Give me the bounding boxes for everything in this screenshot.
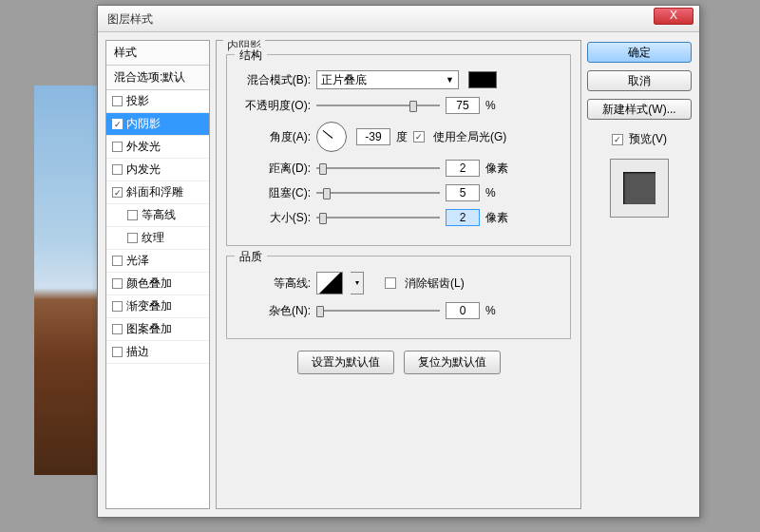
styles-list: 样式 混合选项:默认 投影内阴影外发光内发光斜面和浮雕等高线纹理光泽颜色叠加渐变… <box>105 40 210 509</box>
style-item-6[interactable]: 纹理 <box>106 227 209 250</box>
style-item-checkbox[interactable] <box>112 142 123 152</box>
style-item-4[interactable]: 斜面和浮雕 <box>106 181 209 204</box>
contour-picker[interactable] <box>316 272 343 294</box>
dropdown-icon: ▼ <box>446 75 454 85</box>
quality-group: 品质 等高线: ▾ 消除锯齿(L) 杂色(N): 0 % <box>226 256 571 339</box>
settings-panel-wrap: 内阴影 结构 混合模式(B): 正片叠底 ▼ 不透明度(O): <box>216 40 581 509</box>
size-slider[interactable] <box>316 211 440 224</box>
window-title: 图层样式 <box>107 12 153 26</box>
antialias-label: 消除锯齿(L) <box>405 276 465 292</box>
opacity-unit: % <box>485 99 512 112</box>
style-item-checkbox[interactable] <box>112 187 123 198</box>
global-light-checkbox[interactable] <box>413 131 425 142</box>
style-item-2[interactable]: 外发光 <box>106 136 209 159</box>
shadow-color-swatch[interactable] <box>468 71 497 88</box>
new-style-button[interactable]: 新建样式(W)... <box>587 99 692 120</box>
preview-swatch <box>623 172 656 204</box>
size-unit: 像素 <box>485 210 512 226</box>
style-item-checkbox[interactable] <box>112 119 123 129</box>
style-item-label: 光泽 <box>126 253 149 269</box>
noise-input[interactable]: 0 <box>446 302 480 319</box>
set-default-button[interactable]: 设置为默认值 <box>297 351 394 374</box>
angle-unit: 度 <box>396 129 408 145</box>
style-item-checkbox[interactable] <box>112 278 123 289</box>
blend-mode-value: 正片叠底 <box>321 72 367 88</box>
cancel-button[interactable]: 取消 <box>587 70 692 91</box>
style-item-9[interactable]: 渐变叠加 <box>106 295 209 318</box>
layer-style-dialog: 图层样式 X 样式 混合选项:默认 投影内阴影外发光内发光斜面和浮雕等高线纹理光… <box>97 5 700 518</box>
structure-group: 结构 混合模式(B): 正片叠底 ▼ 不透明度(O): 75 % <box>226 54 571 246</box>
style-item-checkbox[interactable] <box>127 210 138 220</box>
size-label: 大小(S): <box>238 210 311 226</box>
opacity-input[interactable]: 75 <box>446 97 480 114</box>
style-item-3[interactable]: 内发光 <box>106 159 209 181</box>
quality-label: 品质 <box>235 249 267 265</box>
antialias-checkbox[interactable] <box>385 277 396 289</box>
style-item-checkbox[interactable] <box>112 164 123 175</box>
ok-button[interactable]: 确定 <box>587 42 692 63</box>
angle-dial[interactable] <box>316 122 347 152</box>
style-item-label: 内发光 <box>126 162 161 178</box>
preview-box <box>610 159 669 218</box>
blend-mode-combo[interactable]: 正片叠底 ▼ <box>316 70 459 89</box>
styles-header[interactable]: 样式 <box>106 41 209 66</box>
size-input[interactable]: 2 <box>446 209 480 226</box>
style-item-checkbox[interactable] <box>112 96 123 106</box>
style-item-checkbox[interactable] <box>112 347 123 357</box>
distance-input[interactable]: 2 <box>446 160 480 177</box>
style-item-label: 等高线 <box>142 207 176 223</box>
style-item-label: 渐变叠加 <box>126 298 172 314</box>
style-item-label: 纹理 <box>142 230 164 246</box>
structure-label: 结构 <box>235 48 267 64</box>
style-item-0[interactable]: 投影 <box>106 90 209 113</box>
style-item-checkbox[interactable] <box>112 324 123 334</box>
choke-slider[interactable] <box>316 186 440 200</box>
angle-label: 角度(A): <box>238 129 311 145</box>
contour-dropdown[interactable]: ▾ <box>351 272 364 294</box>
opacity-label: 不透明度(O): <box>238 98 311 114</box>
noise-label: 杂色(N): <box>238 303 311 319</box>
style-item-label: 描边 <box>126 344 149 360</box>
preview-checkbox[interactable] <box>612 134 623 145</box>
style-item-10[interactable]: 图案叠加 <box>106 318 209 341</box>
blend-options-header[interactable]: 混合选项:默认 <box>106 66 209 90</box>
titlebar[interactable]: 图层样式 X <box>98 6 699 32</box>
style-item-label: 投影 <box>126 93 149 109</box>
style-item-7[interactable]: 光泽 <box>106 250 209 273</box>
style-item-label: 内阴影 <box>126 116 161 132</box>
distance-label: 距离(D): <box>238 161 311 177</box>
angle-input[interactable]: -39 <box>356 128 390 145</box>
preview-label: 预览(V) <box>629 131 667 147</box>
style-item-checkbox[interactable] <box>127 233 138 243</box>
style-item-label: 外发光 <box>126 139 161 155</box>
distance-unit: 像素 <box>485 161 512 177</box>
choke-input[interactable]: 5 <box>446 184 480 201</box>
style-item-checkbox[interactable] <box>112 301 123 312</box>
noise-unit: % <box>485 304 512 317</box>
close-button[interactable]: X <box>654 8 694 25</box>
style-item-11[interactable]: 描边 <box>106 341 209 364</box>
style-item-label: 斜面和浮雕 <box>126 184 183 200</box>
style-item-label: 图案叠加 <box>126 321 172 337</box>
style-item-8[interactable]: 颜色叠加 <box>106 273 209 295</box>
blend-mode-label: 混合模式(B): <box>238 72 311 88</box>
noise-slider[interactable] <box>316 304 440 317</box>
style-item-1[interactable]: 内阴影 <box>106 113 209 136</box>
style-item-5[interactable]: 等高线 <box>106 204 209 227</box>
right-column: 确定 取消 新建样式(W)... 预览(V) <box>587 40 692 509</box>
close-icon: X <box>670 9 677 22</box>
reset-default-button[interactable]: 复位为默认值 <box>404 351 501 374</box>
style-item-label: 颜色叠加 <box>126 276 172 292</box>
dialog-body: 样式 混合选项:默认 投影内阴影外发光内发光斜面和浮雕等高线纹理光泽颜色叠加渐变… <box>98 32 699 517</box>
style-item-checkbox[interactable] <box>112 256 123 266</box>
choke-unit: % <box>485 186 512 200</box>
distance-slider[interactable] <box>316 162 440 175</box>
choke-label: 阻塞(C): <box>238 185 311 201</box>
global-light-label: 使用全局光(G) <box>433 129 506 145</box>
opacity-slider[interactable] <box>316 99 440 112</box>
contour-label: 等高线: <box>238 276 311 292</box>
settings-panel: 内阴影 结构 混合模式(B): 正片叠底 ▼ 不透明度(O): <box>216 40 581 509</box>
